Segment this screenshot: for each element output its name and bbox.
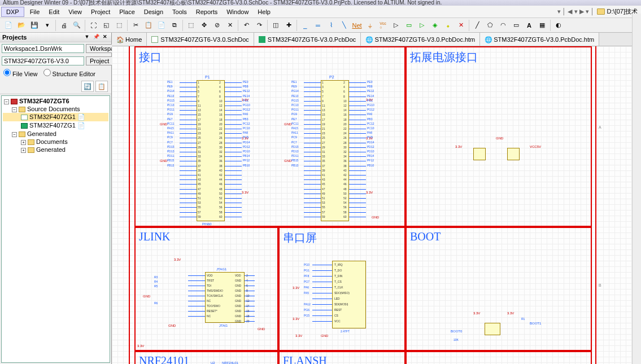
tree-pcb-doc[interactable]: STM32F407ZG1 📄: [3, 121, 108, 130]
menu-place[interactable]: Place: [115, 7, 139, 16]
v33-serial3: 3.3V: [295, 334, 302, 337]
sheet-symbol-icon[interactable]: ▭: [403, 19, 415, 32]
v33-boot2: 3.3V: [507, 312, 514, 315]
tree-gen-docs[interactable]: +Documents: [3, 138, 108, 146]
menu-tools[interactable]: Tools: [168, 7, 191, 16]
power-gnd-icon[interactable]: ⏚: [364, 19, 376, 32]
refresh-icon[interactable]: 🔄: [81, 81, 94, 92]
tree-root[interactable]: −STM32F407ZGT6: [3, 97, 108, 105]
copy-icon[interactable]: 📋: [142, 19, 155, 32]
frame-icon[interactable]: ▦: [536, 19, 548, 32]
v33-label-3: 3.3V: [242, 191, 248, 194]
tab-sch[interactable]: STM32F407ZGT6-V3.0.SchDoc: [147, 33, 254, 46]
schematic-canvas[interactable]: 接口 P1 P2 PIN60 3.3V 3.3V 3.3V 3.3V 3.3V …: [112, 46, 641, 364]
pin-num: 26: [343, 136, 347, 139]
tree-sch-doc[interactable]: STM32F407ZG1 📄: [3, 113, 108, 121]
structure-editor-radio[interactable]: Structure Editor: [43, 69, 95, 77]
hierarchy-icon[interactable]: ◫: [269, 19, 282, 32]
signal-icon[interactable]: ⌇: [325, 19, 337, 32]
menu-view[interactable]: View: [64, 7, 86, 16]
net-label: PE0: [243, 80, 248, 84]
wire: [304, 115, 321, 115]
panel-pin-icon[interactable]: 📌: [92, 34, 100, 41]
net-label: PE12: [243, 89, 250, 93]
power-vcc-icon[interactable]: Vcc○: [377, 19, 389, 32]
menu-design[interactable]: Design: [139, 7, 168, 16]
wire-icon[interactable]: ⎯: [299, 19, 311, 32]
clear-icon[interactable]: ✕: [224, 19, 236, 32]
workspace-input[interactable]: [2, 44, 84, 53]
new-icon[interactable]: 📄: [2, 19, 15, 32]
menu-edit[interactable]: Edit: [44, 7, 64, 16]
open-icon[interactable]: 📂: [15, 19, 28, 32]
dropdown-icon[interactable]: ▾: [41, 19, 54, 32]
menu-reports[interactable]: Reports: [191, 7, 223, 16]
menu-window[interactable]: Window: [222, 7, 253, 16]
paste-icon[interactable]: 📄: [155, 19, 168, 32]
deselect-icon[interactable]: ⊘: [211, 19, 223, 32]
select-icon[interactable]: ⬚: [185, 19, 197, 32]
file-view-radio[interactable]: File View: [3, 69, 38, 77]
panel-menu-icon[interactable]: ▼: [83, 34, 91, 41]
part-icon[interactable]: ▷: [390, 19, 402, 32]
wire: [349, 175, 366, 176]
folder-icon[interactable]: [597, 8, 605, 15]
menu-help[interactable]: Help: [253, 7, 275, 16]
panel-title: Projects: [2, 34, 27, 41]
project-input[interactable]: [2, 56, 84, 65]
wire: [180, 82, 197, 83]
polygon-icon[interactable]: ⬠: [484, 19, 496, 32]
dxp-menu[interactable]: DXP: [1, 7, 24, 17]
tab-home[interactable]: 🏠Home: [112, 33, 147, 46]
bus-entry-icon[interactable]: ╲: [338, 19, 350, 32]
zoom-fit-icon[interactable]: ⛶: [87, 19, 99, 32]
tree-gen-gen[interactable]: +Generated: [3, 146, 108, 154]
tab-pcb[interactable]: STM32F407ZGT6-V3.0.PcbDoc: [254, 33, 361, 46]
wire: [180, 170, 197, 171]
pin-num: 49: [198, 192, 201, 195]
undo-icon[interactable]: ↶: [240, 19, 252, 32]
arc-icon[interactable]: ◠: [497, 19, 509, 32]
menu-file[interactable]: File: [25, 7, 45, 16]
zoom-area-icon[interactable]: ◱: [100, 19, 112, 32]
device-sheet-icon[interactable]: ◈: [429, 19, 441, 32]
pin-num: 43: [198, 178, 201, 181]
project-tree[interactable]: −STM32F407ZGT6 −Source Documents STM32F4…: [1, 95, 110, 363]
rect-icon[interactable]: ▭: [510, 19, 522, 32]
cross-icon[interactable]: ✚: [282, 19, 295, 32]
tree-source-docs[interactable]: −Source Documents: [3, 105, 108, 113]
cut-icon[interactable]: ✂: [129, 19, 142, 32]
redo-icon[interactable]: ↷: [253, 19, 265, 32]
move-icon[interactable]: ✥: [198, 19, 210, 32]
menu-project[interactable]: Project: [86, 7, 115, 16]
pin-label: REST: [334, 308, 342, 312]
chip-boot[interactable]: [485, 323, 500, 335]
save-icon[interactable]: 💾: [28, 19, 41, 32]
wire: [180, 166, 197, 166]
net-label-icon[interactable]: Net: [351, 19, 363, 32]
bus-icon[interactable]: ═: [312, 19, 324, 32]
panel-close-icon[interactable]: ✕: [101, 34, 109, 41]
line-icon[interactable]: ╱: [471, 19, 483, 32]
wire: [245, 280, 255, 281]
tab-htm2[interactable]: 🌐STM32F407ZGT6-V3.0.PcbDoc.htm: [480, 33, 599, 46]
wire: [312, 293, 332, 293]
duplicate-icon[interactable]: ⧉: [168, 19, 181, 32]
wire: [180, 129, 197, 129]
preview-icon[interactable]: 🔍: [71, 19, 83, 32]
vertical-scrollbar[interactable]: [632, 14, 641, 364]
tab-htm1[interactable]: 🌐STM32F407ZGT6-V3.0.PcbDoc.htm: [361, 33, 480, 46]
toggle-icon[interactable]: ◐: [552, 19, 565, 32]
power-chip2[interactable]: [507, 148, 520, 160]
text-icon[interactable]: A: [523, 19, 535, 32]
port-icon[interactable]: ⬥: [442, 19, 454, 32]
power-chip1[interactable]: [473, 148, 486, 160]
tree-generated[interactable]: −Generated: [3, 130, 108, 138]
zoom-select-icon[interactable]: ⬚: [113, 19, 125, 32]
no-erc-icon[interactable]: ✕: [455, 19, 467, 32]
project-button[interactable]: Project: [86, 56, 113, 65]
sheet-entry-icon[interactable]: ▷: [416, 19, 428, 32]
settings-icon[interactable]: 📋: [95, 81, 108, 92]
print-icon[interactable]: 🖨: [58, 19, 70, 32]
wire: [349, 203, 366, 203]
